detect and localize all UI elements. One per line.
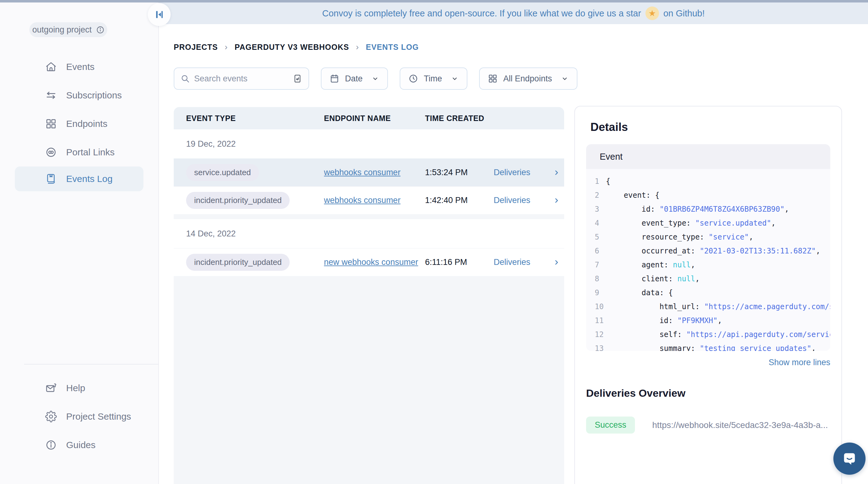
search-input[interactable] [194,74,288,84]
deliveries-overview-title: Deliveries Overview [586,387,830,399]
breadcrumb-item-project[interactable]: PAGERDUTY V3 WEBHOOKS [235,43,349,52]
main-content: PROJECTS › PAGERDUTY V3 WEBHOOKS › EVENT… [159,24,868,484]
time-created-cell: 1:42:40 PM [425,196,494,205]
event-code-title: Event [600,152,623,162]
project-type-badge[interactable]: outgoing project [29,22,107,37]
collapse-sidebar-icon [154,9,164,20]
table-group: 14 Dec, 2022 incident.priority_updated n… [174,219,564,276]
sidebar-nav: Events Subscriptions Endpoints [0,53,158,191]
chevron-down-icon [561,75,569,83]
delivery-url: https://webhook.site/5cedac32-3e9a-4a3b-… [652,420,828,430]
details-panel: Details Event 1{2 event: {3 id: "01BRB6Z… [574,106,842,484]
sidebar-divider [24,364,158,365]
deliveries-label: Deliveries [494,168,530,177]
home-icon [45,61,57,73]
portal-link-icon [45,146,57,158]
sidebar-item-label: Project Settings [66,411,131,422]
app-root: Convoy is completely free and open-sourc… [0,0,868,484]
project-type-label: outgoing project [32,25,92,35]
return-key-icon [292,74,302,84]
group-date-label: 19 Dec, 2022 [186,139,236,149]
sidebar-item-events[interactable]: Events [0,53,158,81]
table-header: EVENT TYPE ENDPOINT NAME TIME CREATED [174,107,564,130]
deliveries-label: Deliveries [494,257,530,267]
endpoint-link[interactable]: webhooks consumer [324,168,401,177]
chevron-down-icon [371,75,379,83]
group-date-row: 19 Dec, 2022 [174,130,564,159]
top-strip [0,0,868,2]
sidebar-item-label: Events [66,62,95,72]
banner-text-after: on Github! [663,8,705,19]
sidebar-item-label: Guides [66,440,95,450]
collapse-sidebar-button[interactable] [148,3,170,26]
group-date-label: 14 Dec, 2022 [186,229,236,238]
chevron-right-icon [552,168,561,177]
time-filter-label: Time [424,74,442,84]
sidebar-item-label: Endpoints [66,118,107,129]
deliveries-link[interactable]: Deliveries [494,168,564,177]
endpoints-filter-button[interactable]: All Endpoints [479,67,578,90]
sidebar-footer-nav: Help Project Settings Guides [0,374,158,459]
search-icon [181,74,190,83]
endpoint-link[interactable]: new webhooks consumer [324,257,418,267]
time-created-cell: 6:11:16 PM [425,257,494,267]
sidebar-item-label: Help [66,383,85,393]
sidebar-item-endpoints[interactable]: Endpoints [0,110,158,138]
event-type-pill: incident.priority_updated [186,254,290,271]
info-icon [96,26,104,34]
chat-fab-button[interactable] [833,443,866,475]
chevron-right-icon [552,258,561,267]
delivery-status-badge: Success [586,417,635,433]
event-row[interactable]: incident.priority_updated new webhooks c… [174,248,564,276]
arrows-swap-icon [45,89,57,101]
event-row-selected[interactable]: service.updated webhooks consumer 1:53:2… [174,159,564,186]
journal-icon [45,173,57,185]
sidebar-item-label: Subscriptions [66,90,122,101]
event-type-pill: incident.priority_updated [186,192,290,209]
github-banner: Convoy is completely free and open-sourc… [159,2,868,24]
breadcrumb-item-events-log: EVENTS LOG [366,43,419,52]
calendar-icon [330,74,339,84]
star-icon: ★ [645,6,659,20]
table-group: 19 Dec, 2022 service.updated webhooks co… [174,130,564,214]
deliveries-link[interactable]: Deliveries [494,196,564,205]
sidebar-item-label: Events Log [66,174,113,184]
sidebar-item-events-log[interactable]: Events Log [15,167,144,191]
time-created-cell: 1:53:24 PM [425,168,494,177]
breadcrumb-separator: › [356,42,359,52]
sidebar-item-portal-links[interactable]: Portal Links [0,138,158,167]
events-table: EVENT TYPE ENDPOINT NAME TIME CREATED 19… [174,107,564,484]
search-box[interactable] [174,67,309,90]
time-filter-button[interactable]: Time [400,67,467,90]
sidebar-item-project-settings[interactable]: Project Settings [0,402,158,431]
gear-icon [45,411,57,422]
endpoint-link[interactable]: webhooks consumer [324,196,401,205]
event-code-lines: 1{2 event: {3 id: "01BRB6ZP4M6T8ZG4X6BP6… [586,169,830,351]
column-time-created: TIME CREATED [425,114,494,123]
chat-bubble-icon [841,450,858,467]
info-circle-icon [45,439,57,451]
sidebar-item-subscriptions[interactable]: Subscriptions [0,81,158,110]
details-title: Details [590,121,830,134]
chevron-down-icon [451,75,459,83]
delivery-item[interactable]: Success https://webhook.site/5cedac32-3e… [586,417,830,433]
sidebar-item-label: Portal Links [66,147,115,158]
endpoints-filter-label: All Endpoints [503,74,552,84]
deliveries-link[interactable]: Deliveries [494,257,564,267]
banner-text-before: Convoy is completely free and open-sourc… [322,8,641,19]
event-row[interactable]: incident.priority_updated webhooks consu… [174,186,564,214]
filter-bar: Date Time All Endpoints [174,67,578,90]
event-code-header: Event [586,144,830,169]
breadcrumb: PROJECTS › PAGERDUTY V3 WEBHOOKS › EVENT… [174,42,419,52]
show-more-lines-link[interactable]: Show more lines [586,358,830,367]
sidebar-item-help[interactable]: Help [0,374,158,402]
date-filter-button[interactable]: Date [321,67,388,90]
grid-icon [45,118,57,130]
column-endpoint-name: ENDPOINT NAME [324,114,425,123]
grid-icon [488,74,498,84]
breadcrumb-separator: › [225,42,228,52]
event-type-pill: service.updated [186,164,259,181]
column-event-type: EVENT TYPE [186,114,324,123]
breadcrumb-item-projects[interactable]: PROJECTS [174,43,218,52]
sidebar-item-guides[interactable]: Guides [0,431,158,459]
